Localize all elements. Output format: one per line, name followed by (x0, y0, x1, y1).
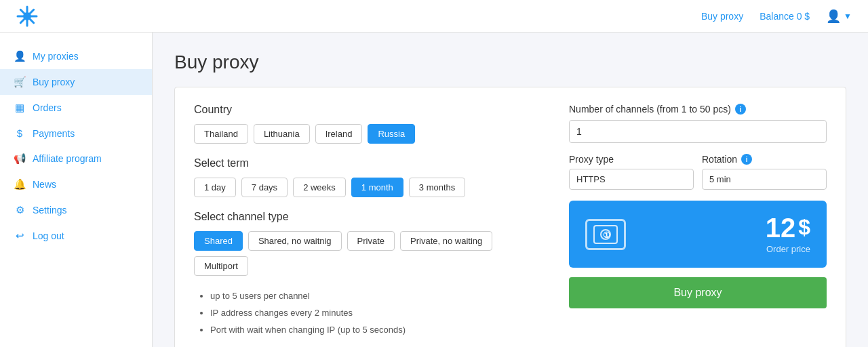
channels-input[interactable] (569, 120, 827, 143)
proxy-type-select[interactable]: HTTPS HTTP SOCKS5 (569, 169, 694, 190)
channel-option-private[interactable]: Private (347, 231, 395, 251)
news-icon: 🔔 (14, 178, 26, 190)
payments-icon: $ (14, 127, 26, 139)
sidebar: 👤 My proxies 🛒 Buy proxy ▦ Orders $ Paym… (0, 33, 153, 347)
proxy-type-label: Proxy type (569, 154, 694, 165)
sidebar-label-affiliate: Affiliate program (33, 153, 102, 164)
sidebar-item-logout[interactable]: ↩ Log out (0, 223, 152, 249)
country-option-ireland[interactable]: Ireland (315, 124, 363, 144)
rotation-info-icon[interactable]: i (741, 154, 752, 165)
top-navigation: Buy proxy Balance 0 $ 👤▼ (0, 0, 868, 33)
sidebar-item-my-proxies[interactable]: 👤 My proxies (0, 43, 152, 69)
term-label: Select term (194, 157, 542, 169)
sidebar-label-news: News (33, 179, 56, 190)
svg-line-5 (20, 9, 24, 14)
country-option-lithuania[interactable]: Lithuania (254, 124, 310, 144)
term-option-7days[interactable]: 7 days (241, 178, 288, 197)
price-icon: ① (585, 219, 626, 250)
sidebar-label-settings: Settings (33, 205, 67, 216)
term-option-2weeks[interactable]: 2 weeks (293, 178, 346, 197)
price-display: 12 $ Order price (766, 214, 810, 254)
left-panel: Country Thailand Lithuania Ireland Russi… (194, 104, 542, 347)
term-option-1day[interactable]: 1 day (194, 178, 236, 197)
my-proxies-icon: 👤 (14, 50, 26, 62)
logo (16, 5, 38, 27)
order-price-label: Order price (766, 244, 810, 254)
buy-proxy-icon: 🛒 (14, 76, 26, 88)
main-content: Buy proxy Country Thailand Lithuania Ire… (153, 33, 868, 347)
balance-display: Balance 0 $ (760, 11, 810, 22)
topnav-right: Buy proxy Balance 0 $ 👤▼ (701, 9, 852, 24)
channel-option-private-no-wait[interactable]: Private, no waiting (400, 231, 492, 251)
term-option-1month[interactable]: 1 month (351, 178, 403, 197)
svg-line-7 (30, 9, 34, 14)
right-panel: Number of channels (from 1 to 50 pcs) i … (569, 104, 827, 347)
country-label: Country (194, 104, 542, 116)
channel-description: up to 5 users per channel IP address cha… (194, 289, 542, 337)
channel-desc-item-0: up to 5 users per channel (210, 289, 542, 304)
svg-line-8 (20, 19, 24, 23)
sidebar-item-affiliate[interactable]: 📢 Affiliate program (0, 146, 152, 171)
country-option-russia[interactable]: Russia (368, 124, 415, 144)
term-options: 1 day 7 days 2 weeks 1 month 3 months (194, 178, 542, 197)
channel-type-label: Select channel type (194, 211, 542, 223)
term-option-3months[interactable]: 3 months (409, 178, 465, 197)
logo-icon (16, 5, 38, 27)
channel-type-options: Shared Shared, no waitnig Private Privat… (194, 231, 542, 276)
buy-proxy-button[interactable]: Buy proxy (569, 277, 827, 308)
channel-option-multiport[interactable]: Multiport (194, 256, 248, 276)
svg-line-6 (30, 19, 34, 23)
logout-icon: ↩ (14, 230, 26, 242)
sidebar-label-logout: Log out (33, 230, 64, 241)
affiliate-icon: 📢 (14, 152, 26, 165)
page-title: Buy proxy (174, 52, 846, 73)
buy-proxy-card: Country Thailand Lithuania Ireland Russi… (174, 87, 846, 347)
sidebar-item-orders[interactable]: ▦ Orders (0, 95, 152, 121)
channel-desc-item-2: Port with wait when changing IP (up to 5… (210, 323, 542, 338)
rotation-group: Rotation i 5 min 1 min 2 min 10 min 30 m… (702, 154, 827, 190)
country-options: Thailand Lithuania Ireland Russia (194, 124, 542, 144)
settings-icon: ⚙ (14, 204, 26, 216)
sidebar-label-my-proxies: My proxies (33, 51, 79, 62)
user-menu-button[interactable]: 👤▼ (826, 9, 852, 24)
orders-icon: ▦ (14, 102, 26, 114)
sidebar-item-settings[interactable]: ⚙ Settings (0, 197, 152, 223)
sidebar-label-buy-proxy: Buy proxy (33, 77, 75, 87)
channels-label: Number of channels (from 1 to 50 pcs) i (569, 104, 827, 115)
sidebar-item-news[interactable]: 🔔 News (0, 171, 152, 197)
country-option-thailand[interactable]: Thailand (194, 124, 248, 144)
sidebar-item-payments[interactable]: $ Payments (0, 121, 152, 146)
channels-info-icon[interactable]: i (735, 104, 746, 115)
channel-option-shared-no-wait[interactable]: Shared, no waitnig (248, 231, 342, 251)
rotation-label: Rotation i (702, 154, 827, 165)
channel-desc-item-1: IP address changes every 2 minutes (210, 306, 542, 321)
sidebar-label-payments: Payments (33, 128, 75, 139)
buy-proxy-nav-link[interactable]: Buy proxy (701, 11, 743, 22)
svg-text:①: ① (603, 230, 610, 240)
price-box: ① 12 $ Order price (569, 201, 827, 268)
sidebar-item-buy-proxy[interactable]: 🛒 Buy proxy (0, 69, 152, 95)
price-currency: $ (798, 214, 810, 240)
channel-option-shared[interactable]: Shared (194, 231, 243, 251)
proxy-type-group: Proxy type HTTPS HTTP SOCKS5 (569, 154, 694, 190)
rotation-select[interactable]: 5 min 1 min 2 min 10 min 30 min (702, 169, 827, 190)
price-amount: 12 (766, 214, 796, 241)
proxy-rotation-row: Proxy type HTTPS HTTP SOCKS5 Rotation i (569, 154, 827, 190)
sidebar-label-orders: Orders (33, 102, 62, 113)
